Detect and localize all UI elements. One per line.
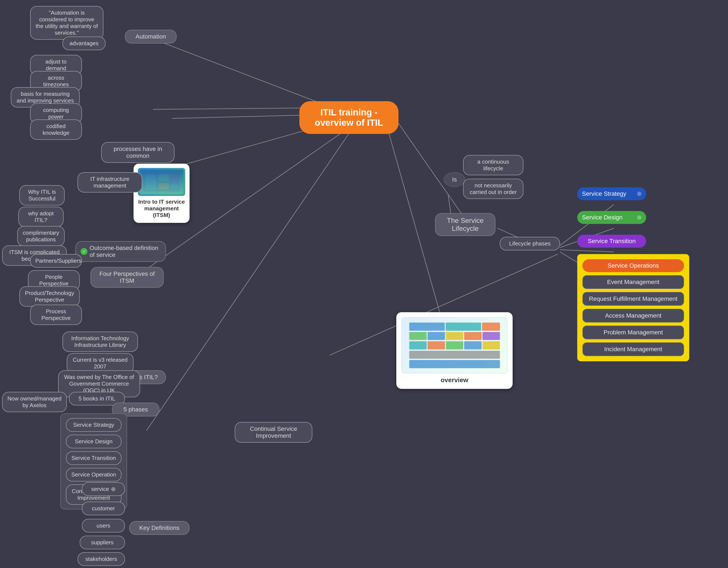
codified-knowledge: codified knowledge — [30, 120, 82, 140]
automation-quote: "Automation is considered to improve the… — [30, 6, 103, 40]
event-mgmt: Event Management — [582, 275, 684, 289]
not-necessarily: not necessarily carried out in order — [463, 179, 523, 199]
product-tech-perspective: Product/Technology Perspective — [19, 286, 80, 306]
service-operations-node: Service Operations — [582, 259, 684, 272]
overview-node: overview — [396, 312, 513, 389]
svg-rect-16 — [145, 175, 156, 190]
service-strategy-node: Service Strategy — [577, 187, 646, 200]
svg-rect-18 — [158, 183, 169, 190]
incident-mgmt: Incident Management — [582, 342, 684, 356]
itsm-card-image — [138, 168, 185, 196]
overview-label: overview — [401, 376, 507, 384]
key-stakeholders: stakeholders — [78, 552, 125, 566]
automation-node: Automation — [125, 30, 177, 44]
continuous-lifecycle: a continuous lifecycle — [463, 155, 523, 175]
processes-common: processes have in common — [101, 142, 174, 163]
outcome-based: ✓ Outcome-based definition of service — [75, 241, 166, 262]
check-icon: ✓ — [81, 248, 87, 255]
phase-transition: Service Transition — [66, 451, 121, 465]
is-node: Is — [444, 172, 465, 187]
now-owned-axelos: Now owned/managed by Axelos — [2, 392, 67, 412]
access-mgmt: Access Management — [582, 309, 684, 322]
itil-full-name: Information Technology Infrastructure Li… — [62, 331, 138, 352]
request-fulfillment: Request Fulfillment Management — [582, 292, 684, 306]
key-definitions-node: Key Definitions — [129, 521, 190, 535]
key-users: users — [82, 519, 125, 532]
svg-rect-19 — [171, 175, 178, 178]
service-operations-container: Service Operations Event Management Requ… — [577, 254, 689, 361]
so-items-list: Event Management Request Fulfillment Man… — [582, 275, 684, 356]
phase-design: Service Design — [66, 435, 121, 448]
phase-operation: Service Operation — [66, 468, 121, 481]
key-suppliers: suppliers — [80, 536, 125, 549]
complimentary-pubs: complimentary publications — [17, 226, 65, 246]
svg-rect-15 — [143, 172, 180, 192]
lifecycle-phases-node: Lifecycle phases — [500, 237, 560, 251]
key-customer: customer — [82, 502, 125, 515]
advantages-node: advantages — [62, 37, 106, 50]
why-itil-successful: Why ITIL is Successful — [19, 185, 65, 206]
csi-node: Continual Service Improvement — [235, 422, 312, 443]
itsm-card: Intro to IT service management (ITSM) — [134, 164, 190, 223]
svg-rect-20 — [171, 179, 178, 183]
svg-line-14 — [388, 129, 442, 319]
itsm-card-label: Intro to IT service management (ITSM) — [138, 199, 185, 219]
service-design-node: Service Design — [577, 211, 646, 224]
central-node: ITIL training - overview of ITIL — [299, 101, 398, 134]
key-service: service — [82, 482, 125, 496]
partners-suppliers: Partners/Suppliers — [30, 254, 82, 268]
svg-line-10 — [560, 250, 614, 252]
phase-strategy: Service Strategy — [66, 418, 121, 432]
svg-rect-17 — [158, 175, 169, 181]
service-transition-node: Service Transition — [577, 235, 646, 248]
problem-mgmt: Problem Management — [582, 325, 684, 339]
overview-image — [401, 317, 507, 373]
why-adopt-itil: why adopt ITIL? — [18, 207, 64, 227]
service-lifecycle-node: The Service Lifecycle — [435, 213, 495, 236]
process-perspective: Process Perspective — [30, 305, 82, 325]
svg-line-6 — [392, 114, 472, 228]
it-infra-mgmt: IT infrastructure management — [78, 172, 142, 193]
svg-rect-21 — [171, 184, 178, 188]
four-perspectives-node: Four Perspectives of ITSM — [90, 267, 164, 287]
